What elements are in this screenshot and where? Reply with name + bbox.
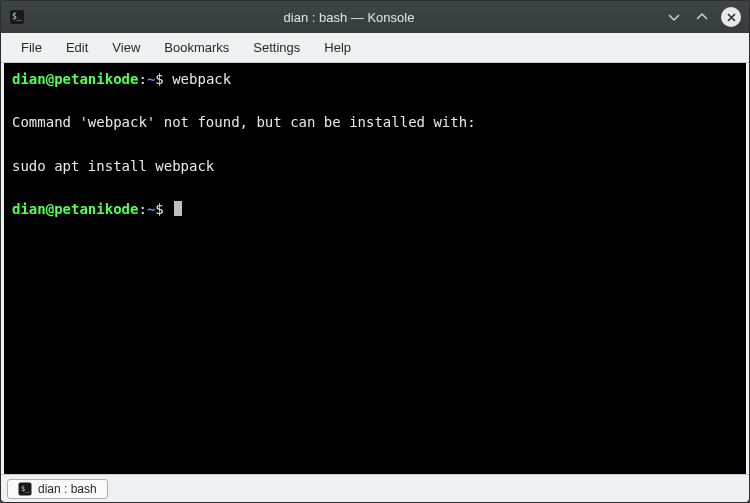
konsole-app-icon: $_ bbox=[9, 9, 25, 25]
tabbar: $_ dian : bash bbox=[1, 474, 749, 502]
svg-text:$_: $_ bbox=[21, 485, 30, 493]
tab-session[interactable]: $_ dian : bash bbox=[7, 479, 108, 499]
menu-settings[interactable]: Settings bbox=[241, 36, 312, 59]
window-controls bbox=[665, 7, 741, 27]
terminal-output-line: sudo apt install webpack bbox=[12, 158, 214, 174]
menu-bookmarks[interactable]: Bookmarks bbox=[152, 36, 241, 59]
svg-text:$_: $_ bbox=[12, 12, 22, 21]
terminal-output-line: Command 'webpack' not found, but can be … bbox=[12, 114, 476, 130]
terminal-cursor bbox=[174, 201, 182, 216]
terminal-tab-icon: $_ bbox=[18, 482, 32, 496]
prompt-userhost: dian@petanikode bbox=[12, 201, 138, 217]
menu-edit[interactable]: Edit bbox=[54, 36, 100, 59]
maximize-icon[interactable] bbox=[693, 8, 711, 26]
window-titlebar: $_ dian : bash — Konsole bbox=[1, 1, 749, 33]
minimize-icon[interactable] bbox=[665, 8, 683, 26]
close-icon[interactable] bbox=[721, 7, 741, 27]
prompt-symbol: $ bbox=[155, 201, 163, 217]
terminal-command: webpack bbox=[172, 71, 231, 87]
menu-help[interactable]: Help bbox=[312, 36, 363, 59]
prompt-userhost: dian@petanikode bbox=[12, 71, 138, 87]
menu-view[interactable]: View bbox=[100, 36, 152, 59]
prompt-separator: : bbox=[138, 201, 146, 217]
menu-file[interactable]: File bbox=[9, 36, 54, 59]
terminal-viewport[interactable]: dian@petanikode:~$ webpack Command 'webp… bbox=[1, 63, 749, 474]
window-title: dian : bash — Konsole bbox=[33, 10, 665, 25]
menubar: File Edit View Bookmarks Settings Help bbox=[1, 33, 749, 63]
prompt-symbol: $ bbox=[155, 71, 163, 87]
prompt-separator: : bbox=[138, 71, 146, 87]
tab-label: dian : bash bbox=[38, 482, 97, 496]
